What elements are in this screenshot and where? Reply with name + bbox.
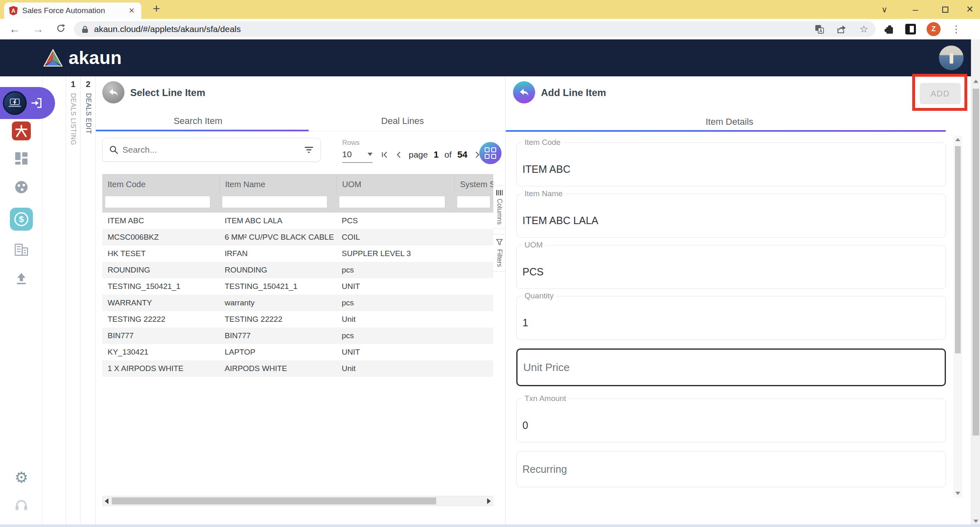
column-header[interactable]: Item Code [102,174,219,195]
filters-button[interactable]: Filters [493,234,506,272]
filter-input-system-stock[interactable] [457,196,490,208]
browser-tab[interactable]: A Sales Force Automation ✕ [4,2,141,19]
panel-back-button[interactable] [513,81,535,103]
item-name-field[interactable]: Item Name ITEM ABC LALA [516,194,946,238]
table-filter-row [102,195,493,213]
column-header[interactable]: System Stock [454,174,493,195]
window-close-button[interactable]: ✕ [966,0,973,19]
tab-search-item[interactable]: Search Item [96,116,300,126]
sidebar-item-modules[interactable] [14,180,29,195]
window-restore-button[interactable] [942,0,948,19]
search-input[interactable] [122,145,304,155]
uom-field[interactable]: UOM PCS [516,245,946,289]
translate-icon[interactable] [814,24,824,34]
url-bar[interactable]: akaun.cloud/#/applets/akaun/sfa/deals ☆ [74,21,876,37]
table-row[interactable]: HK TESETIRFANSUPPLER LEVEL 3 [102,245,493,262]
first-page-icon[interactable] [381,151,389,159]
extensions-puzzle-icon[interactable] [884,24,895,34]
column-header[interactable]: Item Name [219,174,336,195]
sidebar-item-dashboard[interactable] [14,151,29,166]
form-scrollbar[interactable] [953,135,962,497]
table-row[interactable]: 1 X AIRPODS WHITEAIRPODS WHITEUnit [102,360,493,377]
grid-view-button[interactable] [479,142,502,164]
table-horizontal-scrollbar[interactable] [102,496,493,506]
scroll-up-icon[interactable] [973,80,978,83]
rows-label: Rows [342,139,360,147]
table-side-rail: Columns Filters [493,186,506,272]
table-row[interactable]: TESTING 22222TESTING 22222Unit [102,311,493,328]
sidebar-item-organization[interactable] [14,242,29,257]
table-row[interactable]: TESTING_150421_1TESTING_150421_1UNIT [102,278,493,295]
side-panel-icon[interactable] [905,24,916,34]
brand-name: akaun [69,48,122,68]
unit-price-field[interactable]: Unit Price [516,348,946,386]
sidebar-item-dahua-app[interactable] [12,121,31,140]
item-code-field[interactable]: Item Code ITEM ABC [516,142,946,186]
sidebar-active-app[interactable] [0,87,55,119]
field-value: 1 [522,317,528,329]
rail-tab-number: 2 [86,80,90,89]
sidebar-item-upload[interactable] [14,272,28,286]
filter-input-item-name[interactable] [222,196,327,208]
tab-deal-lines[interactable]: Deal Lines [300,116,505,126]
quantity-field[interactable]: Quantity 1 [516,296,946,340]
dahua-char-icon [14,124,28,138]
user-avatar[interactable] [939,46,964,70]
sidebar-item-sales-active[interactable]: $ [10,208,33,231]
settings-gear-icon[interactable]: ⚙ [14,469,28,486]
scroll-down-icon[interactable] [973,520,978,523]
browser-profile-avatar[interactable]: Z [927,22,941,36]
rows-per-page-select[interactable]: 10 [342,149,373,163]
page-word: page [409,150,428,160]
back-button[interactable]: ← [9,24,20,35]
scroll-left-icon[interactable] [105,498,108,504]
active-tab-indicator [506,130,946,132]
tab-item-details[interactable]: Item Details [506,117,953,127]
scroll-down-icon[interactable] [955,492,960,495]
table-row[interactable]: MCSC006BKZ6 MM² CU/PVC BLACK CABLE 1...C… [102,229,493,245]
filter-input-uom[interactable] [339,196,445,208]
browser-window: A Sales Force Automation ✕ + ∨ – ✕ ← → a… [0,0,980,527]
scrollbar-thumb[interactable] [112,497,436,504]
window-minimize-button[interactable]: – [913,0,918,19]
filter-icon[interactable] [304,146,314,154]
scroll-right-icon[interactable] [487,498,491,504]
add-line-item-panel: Add Line Item ADD Item Details Item Code… [505,76,971,527]
table-row[interactable]: BIN777BIN777pcs [102,328,493,344]
share-icon[interactable] [837,25,847,34]
window-scrollbar[interactable] [971,39,980,527]
dollar-icon: $ [14,212,28,226]
recurring-field[interactable]: Recurring [516,451,946,487]
columns-button[interactable]: Columns [493,186,506,229]
scroll-up-icon[interactable] [955,138,960,141]
scrollbar-thumb[interactable] [955,146,961,353]
back-arrow-icon [108,87,119,97]
support-headset-icon[interactable] [14,498,28,511]
txn-amount-field[interactable]: Txn Amount 0 [516,399,946,442]
table-row[interactable]: ROUNDINGROUNDINGpcs [102,262,493,278]
rail-tab-deals-edit[interactable]: 2 DEALS EDIT [81,76,96,527]
toolbar-right-icons: Z ⋮ [884,22,961,36]
table-row[interactable]: ITEM ABCITEM ABC LALAPCS [102,213,493,229]
scrollbar-thumb[interactable] [973,89,979,435]
bookmark-star-icon[interactable]: ☆ [859,23,868,35]
table-row[interactable]: KY_130421LAPTOPUNIT [102,344,493,360]
tab-close-icon[interactable]: ✕ [127,5,136,16]
rail-tab-deals-listing[interactable]: 1 DEALS LISTING [66,76,81,527]
pagination: page 1 of 54 [381,149,495,160]
columns-icon [496,190,503,195]
laptop-lightning-icon [3,91,27,115]
angular-favicon-icon: A [9,6,18,16]
panel-back-button[interactable] [102,81,124,103]
forward-button[interactable]: → [32,24,44,35]
field-label: Quantity [522,291,557,300]
reload-button[interactable] [56,23,66,35]
filter-input-item-code[interactable] [105,196,210,208]
item-search-box[interactable] [102,138,321,162]
column-header[interactable]: UOM [336,174,454,195]
tab-search-chevron-icon[interactable]: ∨ [881,0,888,19]
new-tab-button[interactable]: + [153,2,160,16]
prev-page-icon[interactable] [395,151,403,159]
browser-menu-icon[interactable]: ⋮ [951,23,961,35]
table-row[interactable]: WARRANTYwarrantypcs [102,295,493,311]
